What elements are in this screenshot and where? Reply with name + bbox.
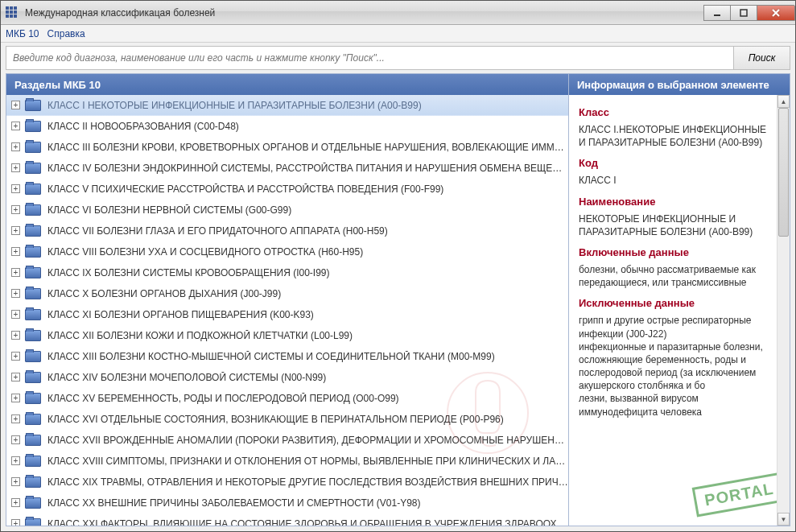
info-scrollbar[interactable]: ▲ ▼ — [777, 95, 790, 526]
info-heading-class: Класс — [579, 106, 767, 118]
menu-mkb10[interactable]: МКБ 10 — [6, 28, 39, 39]
folder-icon — [25, 288, 41, 299]
scroll-thumb[interactable] — [778, 108, 789, 237]
folder-icon — [25, 518, 41, 526]
tree-view[interactable]: КЛАСС I НЕКОТОРЫЕ ИНФЕКЦИОННЫЕ И ПАРАЗИТ… — [6, 95, 568, 526]
tree-row[interactable]: КЛАСС XVIII СИМПТОМЫ, ПРИЗНАКИ И ОТКЛОНЕ… — [6, 451, 568, 472]
expand-icon[interactable] — [11, 331, 20, 340]
scroll-track[interactable] — [777, 108, 790, 513]
folder-icon — [25, 351, 41, 362]
tree-row[interactable]: КЛАСС I НЕКОТОРЫЕ ИНФЕКЦИОННЫЕ И ПАРАЗИТ… — [6, 95, 568, 116]
info-class-value: КЛАСС I.НЕКОТОРЫЕ ИНФЕКЦИОННЫЕ И ПАРАЗИТ… — [579, 123, 767, 149]
scroll-down-icon[interactable]: ▼ — [777, 513, 790, 526]
minimize-button[interactable] — [703, 5, 731, 21]
search-input[interactable] — [6, 47, 733, 69]
info-code-value: КЛАСС I — [579, 174, 767, 187]
expand-icon[interactable] — [11, 247, 20, 256]
folder-icon — [25, 184, 41, 195]
tree-row-label: КЛАСС VI БОЛЕЗНИ НЕРВНОЙ СИСТЕМЫ (G00-G9… — [47, 204, 291, 216]
app-window: Международная классификацая болезней МКБ… — [0, 0, 796, 532]
tree-row-label: КЛАСС III БОЛЕЗНИ КРОВИ, КРОВЕТВОРНЫХ ОР… — [47, 142, 568, 153]
window-title: Международная классификацая болезней — [25, 7, 215, 19]
tree-row[interactable]: КЛАСС II НОВООБРАЗОВАНИЯ (C00-D48) — [6, 116, 568, 137]
search-bar: Поиск — [6, 46, 790, 70]
tree-row[interactable]: КЛАСС XXI ФАКТОРЫ, ВЛИЯЮЩИЕ НА СОСТОЯНИЕ… — [6, 513, 568, 526]
tree-row[interactable]: КЛАСС VIII БОЛЕЗНИ УХА И СОСЦЕВИДНОГО ОТ… — [6, 241, 568, 262]
info-heading-excluded: Исключенные данные — [579, 297, 767, 309]
tree-row[interactable]: КЛАСС XIV БОЛЕЗНИ МОЧЕПОЛОВОЙ СИСТЕМЫ (N… — [6, 367, 568, 388]
expand-icon[interactable] — [11, 184, 20, 193]
folder-icon — [25, 456, 41, 467]
expand-icon[interactable] — [11, 498, 20, 507]
tree-row[interactable]: КЛАСС XIII БОЛЕЗНИ КОСТНО-МЫШЕЧНОЙ СИСТЕ… — [6, 346, 568, 367]
info-heading-name: Наименование — [579, 196, 767, 208]
expand-icon[interactable] — [11, 352, 20, 361]
titlebar: Международная классификацая болезней — [1, 1, 795, 25]
tree-row[interactable]: КЛАСС XII БОЛЕЗНИ КОЖИ И ПОДКОЖНОЙ КЛЕТЧ… — [6, 325, 568, 346]
right-pane: Информация о выбранном элементе Класс КЛ… — [568, 74, 790, 526]
expand-icon[interactable] — [11, 163, 20, 172]
expand-icon[interactable] — [11, 122, 20, 130]
folder-icon — [25, 204, 41, 216]
tree-row-label: КЛАСС IX БОЛЕЗНИ СИСТЕМЫ КРОВООБРАЩЕНИЯ … — [47, 267, 330, 278]
expand-icon[interactable] — [11, 435, 20, 444]
expand-icon[interactable] — [11, 101, 20, 109]
tree-row[interactable]: КЛАСС XV БЕРЕМЕННОСТЬ, РОДЫ И ПОСЛЕРОДОВ… — [6, 388, 568, 409]
tree-row[interactable]: КЛАСС XX ВНЕШНИЕ ПРИЧИНЫ ЗАБОЛЕВАЕМОСТИ … — [6, 493, 568, 513]
close-button[interactable] — [757, 5, 795, 21]
expand-icon[interactable] — [11, 414, 20, 423]
scroll-up-icon[interactable]: ▲ — [777, 95, 790, 108]
search-button[interactable]: Поиск — [733, 47, 790, 69]
menubar: МКБ 10 Справка — [1, 25, 795, 43]
info-heading-code: Код — [579, 157, 767, 169]
tree-row[interactable]: КЛАСС XI БОЛЕЗНИ ОРГАНОВ ПИЩЕВАРЕНИЯ (K0… — [6, 304, 568, 325]
tree-row[interactable]: КЛАСС X БОЛЕЗНИ ОРГАНОВ ДЫХАНИЯ (J00-J99… — [6, 283, 568, 304]
left-pane: Разделы МКБ 10 КЛАСС I НЕКОТОРЫЕ ИНФЕКЦИ… — [6, 74, 568, 526]
window-controls — [704, 5, 795, 21]
app-icon — [6, 6, 19, 19]
expand-icon[interactable] — [11, 226, 20, 235]
tree-row-label: КЛАСС XVIII СИМПТОМЫ, ПРИЗНАКИ И ОТКЛОНЕ… — [47, 456, 568, 467]
expand-icon[interactable] — [11, 373, 20, 381]
expand-icon[interactable] — [11, 519, 20, 526]
folder-icon — [25, 476, 41, 488]
expand-icon[interactable] — [11, 205, 20, 214]
tree-row[interactable]: КЛАСС IV БОЛЕЗНИ ЭНДОКРИННОЙ СИСТЕМЫ, РА… — [6, 158, 568, 179]
tree-row[interactable]: КЛАСС XVII ВРОЖДЕННЫЕ АНОМАЛИИ (ПОРОКИ Р… — [6, 430, 568, 451]
maximize-button[interactable] — [730, 5, 757, 21]
folder-icon — [25, 393, 41, 404]
expand-icon[interactable] — [11, 456, 20, 465]
tree-row[interactable]: КЛАСС VI БОЛЕЗНИ НЕРВНОЙ СИСТЕМЫ (G00-G9… — [6, 200, 568, 221]
tree-row[interactable]: КЛАСС XVI ОТДЕЛЬНЫЕ СОСТОЯНИЯ, ВОЗНИКАЮЩ… — [6, 409, 568, 430]
tree-row[interactable]: КЛАСС IX БОЛЕЗНИ СИСТЕМЫ КРОВООБРАЩЕНИЯ … — [6, 262, 568, 283]
svg-rect-1 — [740, 10, 747, 16]
info-included-value: болезни, обычно рассматриваемые как пере… — [579, 263, 767, 289]
expand-icon[interactable] — [11, 142, 20, 151]
tree-row-label: КЛАСС XVI ОТДЕЛЬНЫЕ СОСТОЯНИЯ, ВОЗНИКАЮЩ… — [47, 414, 504, 425]
folder-icon — [25, 435, 41, 446]
expand-icon[interactable] — [11, 477, 20, 486]
expand-icon[interactable] — [11, 310, 20, 319]
folder-icon — [25, 497, 41, 509]
content-area: Разделы МКБ 10 КЛАСС I НЕКОТОРЫЕ ИНФЕКЦИ… — [6, 73, 790, 526]
tree-row[interactable]: КЛАСС V ПСИХИЧЕСКИЕ РАССТРОЙСТВА И РАССТ… — [6, 179, 568, 200]
info-excluded-value: грипп и другие острые респираторные инфе… — [579, 314, 767, 419]
folder-icon — [25, 121, 41, 132]
tree-row[interactable]: КЛАСС XIX ТРАВМЫ, ОТРАВЛЕНИЯ И НЕКОТОРЫЕ… — [6, 472, 568, 493]
expand-icon[interactable] — [11, 289, 20, 298]
svg-rect-0 — [714, 14, 720, 16]
tree-row-label: КЛАСС X БОЛЕЗНИ ОРГАНОВ ДЫХАНИЯ (J00-J99… — [47, 288, 281, 299]
tree-row-label: КЛАСС XIII БОЛЕЗНИ КОСТНО-МЫШЕЧНОЙ СИСТЕ… — [47, 351, 495, 362]
tree-row-label: КЛАСС XII БОЛЕЗНИ КОЖИ И ПОДКОЖНОЙ КЛЕТЧ… — [47, 330, 353, 341]
folder-icon — [25, 267, 41, 278]
expand-icon[interactable] — [11, 394, 20, 402]
expand-icon[interactable] — [11, 268, 20, 277]
folder-icon — [25, 309, 41, 320]
tree-row[interactable]: КЛАСС III БОЛЕЗНИ КРОВИ, КРОВЕТВОРНЫХ ОР… — [6, 137, 568, 158]
tree-row[interactable]: КЛАСС VII БОЛЕЗНИ ГЛАЗА И ЕГО ПРИДАТОЧНО… — [6, 221, 568, 241]
left-pane-header: Разделы МКБ 10 — [6, 74, 568, 95]
menu-help[interactable]: Справка — [47, 28, 85, 39]
folder-icon — [25, 100, 41, 111]
info-heading-included: Включенные данные — [579, 246, 767, 258]
folder-icon — [25, 225, 41, 237]
